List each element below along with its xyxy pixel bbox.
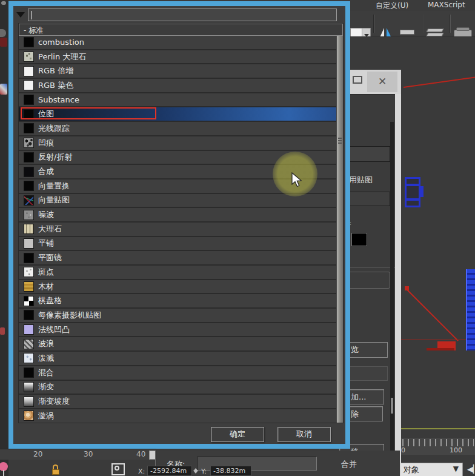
- y-label: Y:: [201, 468, 207, 475]
- dent-swatch-icon: [24, 138, 34, 148]
- list-item-label: 泼溅: [38, 353, 54, 364]
- list-item[interactable]: 反射/折射: [19, 151, 336, 166]
- wood-swatch-icon: [24, 281, 34, 292]
- merge-dialog-frame: [395, 94, 401, 476]
- list-item[interactable]: 凹痕: [19, 136, 336, 151]
- spotlight-cone-line: [407, 289, 459, 341]
- list-item[interactable]: 光线跟踪: [19, 122, 336, 136]
- list-item[interactable]: 位图: [19, 107, 336, 122]
- trackbar-number: 20: [33, 450, 42, 458]
- list-item[interactable]: 向量贴图: [19, 194, 336, 209]
- list-item[interactable]: 木材: [19, 280, 336, 295]
- camera-gizmo[interactable]: [405, 177, 420, 207]
- list-item[interactable]: 向量置换: [19, 179, 336, 194]
- list-item-label: Perlin 大理石: [38, 52, 86, 62]
- black-swatch-icon: [24, 37, 34, 47]
- list-item[interactable]: 平铺: [19, 237, 336, 252]
- list-item-label: 平面镜: [38, 252, 62, 263]
- list-item[interactable]: 渐变坡度: [19, 395, 336, 409]
- list-item-label: 噪波: [38, 209, 54, 220]
- timeline-end-label: 100: [450, 446, 462, 454]
- lavender-swatch-icon: [24, 324, 34, 335]
- perlin-swatch-icon: [24, 52, 34, 62]
- scrollbar-grip: [338, 138, 342, 144]
- list-item[interactable]: 渐变: [19, 381, 336, 395]
- list-scrollbar[interactable]: [336, 36, 343, 423]
- map-list: - 标准 combustionPerlin 大理石RGB 倍增RGB 染色Sub…: [18, 23, 344, 423]
- spotlight-base: [427, 348, 454, 350]
- list-item[interactable]: 大理石: [19, 223, 336, 237]
- maximize-icon[interactable]: [353, 76, 362, 84]
- spotlight-target-line: [401, 340, 475, 340]
- list-item[interactable]: 混合: [19, 366, 336, 381]
- list-item-label: 斑点: [38, 267, 54, 278]
- list-item[interactable]: 波浪: [19, 337, 336, 352]
- list-item-label: 渐变坡度: [38, 396, 70, 407]
- text-caret: [31, 11, 32, 19]
- list-item-label: 向量贴图: [38, 195, 70, 206]
- list-item-label: 凹痕: [38, 138, 54, 149]
- gradient-swatch-icon: [24, 382, 34, 392]
- selected-object-wireframe[interactable]: [466, 269, 475, 350]
- list-item-label: 渐变: [38, 381, 54, 392]
- list-item[interactable]: RGB 倍增: [19, 64, 336, 79]
- close-icon[interactable]: ✕: [367, 72, 397, 92]
- checker-swatch-icon: [24, 296, 34, 306]
- menu-maxscript[interactable]: MAXScript: [428, 1, 465, 9]
- list-item-label: 漩涡: [38, 411, 54, 421]
- list-item[interactable]: combustion: [19, 36, 336, 50]
- cancel-button[interactable]: 取消: [277, 427, 331, 442]
- trackbar-number: 40: [136, 450, 145, 458]
- list-item[interactable]: RGB 染色: [19, 79, 336, 93]
- list-item-label: 棋盘格: [38, 295, 62, 306]
- list-item-label: combustion: [38, 38, 84, 47]
- noise-swatch-icon: [24, 210, 34, 220]
- trackbar-number: 30: [84, 450, 93, 458]
- list-item[interactable]: 棋盘格: [19, 294, 336, 309]
- timeline-start-label: 0: [401, 446, 405, 454]
- history-dropdown-arrow-icon[interactable]: [15, 8, 27, 21]
- list-item[interactable]: 法线凹凸: [19, 323, 336, 338]
- track-bar[interactable]: 20 30 40: [0, 449, 156, 460]
- list-item-label: 合成: [38, 166, 54, 177]
- use-map-label-partial: 用贴图: [349, 175, 373, 186]
- list-item[interactable]: Substance: [19, 93, 336, 108]
- map-browser-dialog: - 标准 combustionPerlin 大理石RGB 倍增RGB 染色Sub…: [8, 1, 350, 449]
- map-list-rows: combustionPerlin 大理石RGB 倍增RGB 染色Substanc…: [19, 36, 336, 423]
- white-swatch-icon: [24, 80, 34, 90]
- group-header-standard[interactable]: - 标准: [19, 24, 343, 36]
- composite-swatch-icon: [24, 167, 34, 177]
- black-swatch-icon: [24, 123, 34, 133]
- black-swatch-icon: [24, 95, 34, 105]
- list-item[interactable]: Perlin 大理石: [19, 50, 336, 65]
- color-swatch[interactable]: [351, 233, 367, 246]
- list-item-label: 每像素摄影机贴图: [38, 310, 101, 321]
- list-item[interactable]: 平面镜: [19, 251, 336, 266]
- list-item[interactable]: 噪波: [19, 208, 336, 223]
- list-item[interactable]: 斑点: [19, 266, 336, 280]
- timeline-ticks: [402, 439, 474, 446]
- splat-swatch-icon: [24, 353, 34, 363]
- coordinate-spinner[interactable]: [193, 466, 199, 476]
- list-item[interactable]: 每像素摄影机贴图: [19, 309, 336, 323]
- black-swatch-icon: [24, 310, 34, 320]
- x-coordinate-field[interactable]: -2592.84m: [147, 466, 192, 476]
- black-swatch-icon: [24, 253, 34, 263]
- ok-button[interactable]: 确定: [211, 427, 264, 442]
- timeline-ruler[interactable]: 0 100: [399, 438, 475, 455]
- list-item[interactable]: 合成: [19, 165, 336, 179]
- timeline-track-line: [399, 428, 475, 429]
- search-input[interactable]: [28, 8, 337, 21]
- y-coordinate-field[interactable]: -38.832m: [210, 466, 251, 476]
- dialog-footer: 确定 取消: [13, 426, 336, 443]
- menu-customize[interactable]: 自定义(U): [376, 1, 408, 11]
- list-item[interactable]: 漩涡: [19, 409, 336, 423]
- black-swatch-icon: [24, 367, 34, 378]
- list-item-label: RGB 倍增: [38, 65, 73, 76]
- filter-row: [15, 7, 337, 22]
- list-item[interactable]: 泼溅: [19, 352, 336, 366]
- black-swatch-icon: [24, 109, 34, 119]
- merge-dialog-scrollbar[interactable]: [390, 122, 394, 476]
- gradientramp-swatch-icon: [24, 397, 34, 407]
- tile-swatch-icon: [24, 238, 34, 249]
